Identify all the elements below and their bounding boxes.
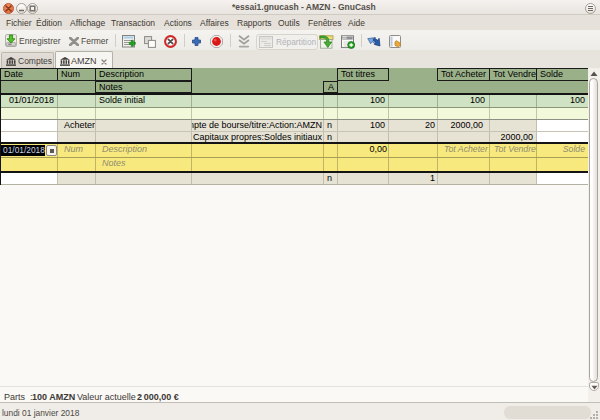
svg-text:31: 31 xyxy=(343,36,347,40)
